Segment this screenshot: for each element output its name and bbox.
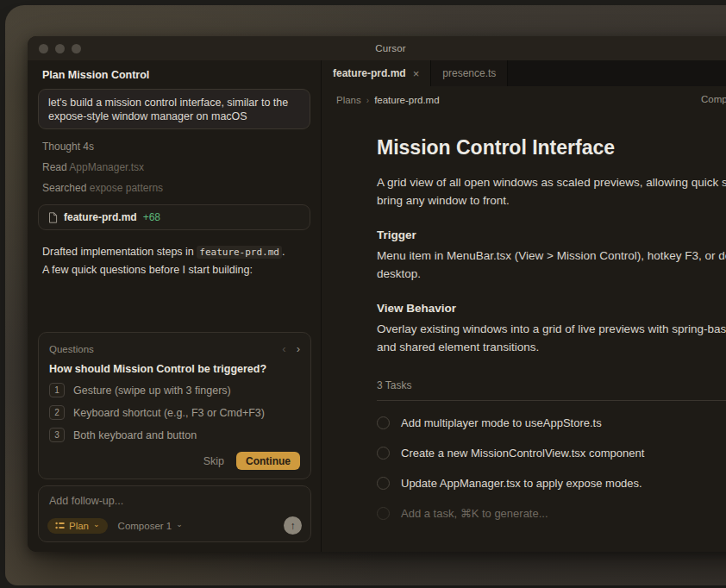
send-arrow-icon: ↑: [291, 520, 296, 532]
summary-suffix: .: [282, 246, 285, 258]
option-3-label: Both keyboard and button: [73, 429, 197, 441]
add-task-label[interactable]: Add a task, ⌘K to generate...: [401, 507, 548, 520]
task-row-2: Create a new MissionControlView.tsx comp…: [377, 444, 726, 461]
option-2-key-badge: 2: [49, 405, 65, 420]
composer-caret-icon: ⌄: [176, 521, 183, 529]
tasks-header: 3 Tasks: [377, 379, 726, 391]
task-2-label: Create a new MissionControlView.tsx comp…: [401, 447, 644, 460]
task-row-3: Update AppManager.tsx to apply expose mo…: [377, 474, 726, 491]
task-2-checkbox-icon[interactable]: [377, 447, 390, 460]
editor-area: feature-prd.md × presence.ts Plans › fea…: [322, 60, 726, 552]
mode-selector-label: Plan: [69, 521, 89, 531]
step-searched[interactable]: Searched expose patterns: [42, 182, 163, 194]
tab-feature-prd-label: feature-prd.md: [333, 67, 406, 79]
tab-presence-label: presence.ts: [442, 67, 496, 79]
diff-added-count: +68: [143, 211, 160, 223]
mode-selector-plan[interactable]: Plan ⌄: [47, 518, 108, 534]
option-2-label: Keyboard shortcut (e.g., F3 or Cmd+F3): [73, 407, 265, 419]
add-task-checkbox-icon[interactable]: [377, 507, 390, 520]
tab-close-icon[interactable]: ×: [413, 67, 420, 80]
tab-feature-prd[interactable]: feature-prd.md ×: [322, 60, 431, 86]
step-thought-label: Thought 4s: [42, 141, 94, 153]
step-searched-target: expose patterns: [90, 182, 163, 194]
continue-button[interactable]: Continue: [236, 452, 300, 470]
file-icon: [48, 212, 58, 223]
question-next-button[interactable]: ›: [297, 342, 300, 355]
task-1-checkbox-icon[interactable]: [377, 416, 390, 429]
task-row-add: Add a task, ⌘K to generate...: [377, 504, 726, 522]
question-option-3[interactable]: 3 Both keyboard and button: [49, 428, 300, 442]
option-3-key-badge: 3: [49, 428, 65, 442]
tab-presence[interactable]: presence.ts: [431, 60, 508, 86]
section-heading-trigger: Trigger: [377, 228, 726, 241]
step-read[interactable]: Read AppManager.tsx: [42, 161, 144, 173]
section-body-view-behavior: Overlay existing windows into a grid of …: [377, 320, 726, 356]
question-option-1[interactable]: 1 Gesture (swipe up with 3 fingers): [49, 383, 300, 397]
breadcrumb-root[interactable]: Plans: [336, 95, 361, 105]
task-3-label: Update AppManager.tsx to apply expose mo…: [401, 477, 642, 490]
questions-card: Questions ‹ › How should Mission Control…: [38, 332, 311, 479]
edited-file-name: feature-prd.md: [64, 211, 137, 223]
option-1-label: Gesture (swipe up with 3 fingers): [73, 385, 231, 397]
cursor-window: Cursor Plan Mission Control let's build …: [28, 36, 726, 552]
composer-selector-label: Composer 1: [118, 521, 172, 531]
doc-intro: A grid view of all open windows as scale…: [377, 173, 726, 210]
title-bar[interactable]: Cursor: [28, 36, 726, 60]
breadcrumb-file[interactable]: feature-prd.md: [374, 95, 439, 105]
assistant-summary: Drafted implementation steps in feature-…: [42, 243, 311, 278]
task-3-checkbox-icon[interactable]: [377, 477, 390, 490]
tasks-divider: [377, 400, 726, 401]
task-row-1: Add multiplayer mode to useAppStore.ts: [377, 414, 726, 431]
step-searched-action: Searched: [42, 182, 86, 194]
followup-input[interactable]: Add follow-up...: [49, 495, 300, 507]
send-button[interactable]: ↑: [284, 516, 302, 535]
tab-bar: feature-prd.md × presence.ts: [322, 60, 726, 86]
window-title: Cursor: [28, 43, 726, 53]
breadcrumb-right-label[interactable]: Comp: [701, 94, 726, 104]
questions-card-header: Questions: [49, 344, 94, 354]
doc-title: Mission Control Interface: [377, 136, 726, 159]
plan-panel-title: Plan Mission Control: [42, 69, 149, 81]
edited-file-chip[interactable]: feature-prd.md +68: [38, 204, 310, 230]
summary-file-code[interactable]: feature-prd.md: [197, 246, 282, 259]
composer-selector[interactable]: Composer 1 ⌄: [118, 521, 183, 531]
summary-prefix: Drafted implementation steps in: [42, 246, 197, 258]
question-prev-button[interactable]: ‹: [282, 342, 285, 355]
section-body-trigger: Menu item in MenuBar.tsx (View > Mission…: [377, 247, 726, 283]
plan-panel: Plan Mission Control let's build a missi…: [28, 60, 322, 552]
step-thought[interactable]: Thought 4s: [42, 141, 94, 153]
mode-caret-icon: ⌄: [93, 521, 100, 529]
document-content: Mission Control Interface A grid view of…: [377, 136, 726, 522]
followup-composer: Add follow-up... Plan ⌄ Composer 1 ⌄: [38, 485, 311, 542]
option-1-key-badge: 1: [49, 383, 65, 397]
section-heading-view-behavior: View Behavior: [377, 302, 726, 315]
step-read-action: Read: [42, 161, 67, 173]
plan-list-icon: [55, 521, 65, 530]
summary-line2: A few quick questions before I start bui…: [42, 261, 311, 278]
user-message-bubble[interactable]: let's build a mission control interface,…: [38, 89, 310, 129]
step-read-target: AppManager.tsx: [69, 161, 144, 173]
question-text: How should Mission Control be triggered?: [49, 363, 300, 375]
question-option-2[interactable]: 2 Keyboard shortcut (e.g., F3 or Cmd+F3): [49, 405, 300, 420]
breadcrumb: Plans › feature-prd.md Comp: [322, 86, 726, 114]
breadcrumb-separator-icon: ›: [366, 96, 369, 105]
skip-button[interactable]: Skip: [203, 455, 224, 467]
task-1-label: Add multiplayer mode to useAppStore.ts: [401, 416, 602, 429]
